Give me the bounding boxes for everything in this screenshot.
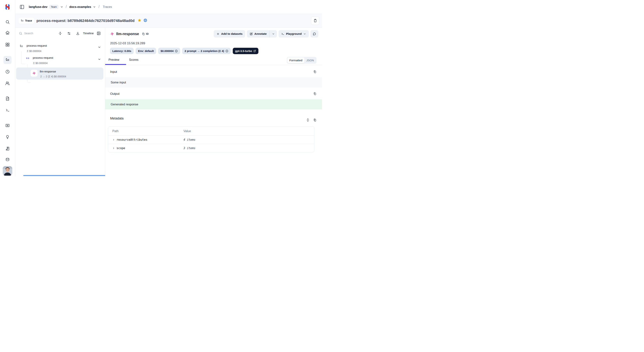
- detail-tabs: Preview Scores Formatted JSON: [105, 57, 322, 65]
- breadcrumb-page[interactable]: Traces: [103, 5, 112, 8]
- collapse-all-icon[interactable]: [57, 30, 63, 36]
- timeline-toggle[interactable]: Timeline: [83, 32, 94, 35]
- column-path: Path: [108, 129, 184, 133]
- chevron-down-icon: [303, 32, 306, 35]
- datasets-database-icon[interactable]: [4, 156, 12, 164]
- chevron-down-icon: [272, 32, 275, 35]
- playground-button[interactable]: Playground: [278, 30, 309, 37]
- trace-title: process-request: b8789d62464dc7627016d97…: [36, 19, 134, 23]
- users-icon[interactable]: [4, 79, 12, 87]
- env-badge: Env: default: [136, 48, 156, 54]
- annotation-clipboard-icon[interactable]: [4, 145, 12, 153]
- input-content: Some input: [105, 77, 322, 87]
- latency-badge: Latency: 0.00s: [110, 48, 134, 54]
- comments-button[interactable]: [310, 30, 318, 37]
- tree-node-cost: Σ $0.000004: [27, 50, 42, 52]
- expand-chevron-icon: [112, 147, 115, 150]
- copy-output-button[interactable]: [312, 91, 318, 96]
- active-tab-indicator: [105, 64, 126, 65]
- delete-trace-button[interactable]: [311, 16, 320, 25]
- pen-square-icon: [250, 32, 253, 35]
- tree-connector: [21, 51, 25, 64]
- langfuse-app: langfuse-dev Team / docs-examples / Trac…: [0, 0, 322, 176]
- column-value: Value: [184, 129, 314, 133]
- sidebar: [0, 0, 15, 176]
- info-icon: [175, 50, 178, 52]
- sessions-clock-icon[interactable]: [4, 68, 12, 76]
- metadata-row[interactable]: resourceAttributes 4 items: [108, 136, 314, 144]
- token-usage-badge[interactable]: 2 prompt → 2 completion (Σ 4): [182, 48, 231, 54]
- copy-input-button[interactable]: [312, 69, 318, 74]
- home-icon[interactable]: [4, 29, 12, 37]
- cost-badge[interactable]: $0.000004: [158, 48, 180, 54]
- dashboard-icon[interactable]: [4, 41, 12, 49]
- trace-type-label: Trace: [25, 19, 32, 22]
- org-plan-badge[interactable]: Team: [49, 5, 58, 9]
- trace-node-icon: [20, 44, 23, 48]
- breadcrumb-project[interactable]: docs-examples: [69, 5, 91, 8]
- tracing-icon[interactable]: [4, 56, 12, 64]
- copy-id-button[interactable]: ID: [142, 32, 149, 35]
- metadata-section-label: Metadata: [110, 117, 124, 120]
- metadata-row[interactable]: scope 3 items: [108, 144, 314, 152]
- generation-icon-box: [30, 70, 38, 77]
- horizontal-scrollbar[interactable]: [23, 175, 105, 176]
- breadcrumb: langfuse-dev Team / docs-examples / Trac…: [15, 0, 322, 14]
- external-link-icon: [253, 50, 256, 52]
- annotate-dropdown-chevron[interactable]: [270, 30, 277, 37]
- copy-icon: [313, 118, 316, 122]
- search-icon: [19, 32, 22, 35]
- tree-node-chevron-icon[interactable]: [98, 45, 101, 49]
- add-to-datasets-button[interactable]: Add to datasets: [214, 30, 245, 37]
- expand-metadata-icon[interactable]: [305, 117, 311, 123]
- terminal-icon: [281, 32, 284, 35]
- span-arrow-icon: [26, 56, 30, 60]
- tree-search-input[interactable]: [24, 32, 42, 35]
- metadata-table-header: Path Value: [108, 127, 314, 136]
- tree-node-chevron-icon[interactable]: [98, 58, 101, 61]
- trace-type-badge: Trace: [18, 18, 34, 24]
- tree-settings-icon[interactable]: [66, 30, 72, 36]
- bookmark-star-icon[interactable]: [138, 18, 142, 23]
- insights-lightbulb-icon[interactable]: [4, 133, 12, 141]
- tab-preview[interactable]: Preview: [108, 58, 119, 61]
- format-toggle: Formatted JSON: [287, 57, 316, 64]
- copy-icon: [142, 32, 145, 35]
- info-icon: [226, 50, 228, 52]
- output-content: Generated response: [105, 99, 322, 109]
- trace-tree-panel: Timeline process-request Σ $0.000004 pro…: [15, 28, 105, 176]
- format-formatted[interactable]: Formatted: [287, 57, 304, 63]
- sidebar-toggle-icon[interactable]: [18, 3, 26, 10]
- breadcrumb-separator: /: [66, 4, 67, 9]
- copy-metadata-button[interactable]: [312, 117, 318, 123]
- collapse-panel-icon[interactable]: [96, 30, 102, 36]
- prompts-file-code-icon[interactable]: [4, 95, 12, 103]
- langfuse-logo[interactable]: [3, 2, 12, 12]
- tree-search[interactable]: [19, 32, 46, 35]
- copy-icon: [313, 92, 316, 95]
- user-avatar[interactable]: [3, 166, 12, 176]
- tree-toolbar: Timeline: [15, 28, 105, 39]
- tree-node-label[interactable]: process-request: [26, 44, 47, 47]
- trace-header-bar: Trace process-request: b8789d62464dc7627…: [15, 14, 322, 28]
- model-badge[interactable]: gpt-3.5-turbo: [233, 48, 258, 54]
- trace-tree-icon: [21, 19, 24, 22]
- evaluation-percent-icon[interactable]: [4, 122, 12, 130]
- search-icon[interactable]: [4, 18, 12, 26]
- input-section-label: Input: [110, 70, 117, 74]
- metadata-table: Path Value resourceAttributes 4 items sc…: [108, 126, 314, 152]
- tab-scores[interactable]: Scores: [129, 58, 138, 61]
- tree-node-label[interactable]: llm-response: [40, 70, 56, 73]
- download-icon[interactable]: [74, 30, 81, 36]
- breadcrumb-org[interactable]: langfuse-dev: [29, 5, 48, 8]
- org-chevron-down-icon[interactable]: [60, 5, 63, 8]
- format-json[interactable]: JSON: [304, 57, 316, 63]
- playground-terminal-icon[interactable]: [4, 106, 12, 114]
- public-globe-icon[interactable]: [143, 18, 147, 23]
- observation-timestamp: 2025-12-03 15:56:19.289: [110, 41, 145, 45]
- breadcrumb-separator: /: [98, 4, 100, 9]
- tree-node-usage: 2 → 2 (Σ 4) $0.000004: [40, 75, 66, 78]
- tree-node-label[interactable]: process-request: [33, 56, 53, 59]
- annotate-button[interactable]: Annotate: [247, 30, 270, 37]
- project-chevron-down-icon[interactable]: [93, 5, 96, 8]
